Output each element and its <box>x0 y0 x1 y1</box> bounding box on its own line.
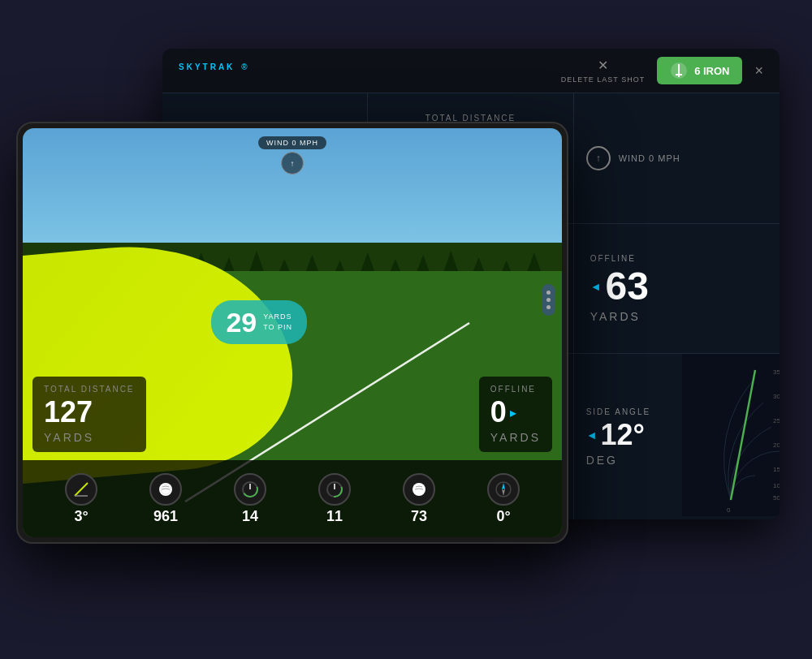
dial-icon-2 <box>318 473 351 506</box>
svg-text:100: 100 <box>773 482 780 489</box>
svg-text:150: 150 <box>773 466 780 473</box>
dial-icon-1 <box>234 473 266 506</box>
svg-marker-45 <box>502 489 505 496</box>
club-selector[interactable]: 6 IRON <box>657 57 742 84</box>
dial-svg-1 <box>241 480 259 498</box>
offline-overlay-label: OFFLINE <box>490 385 541 394</box>
svg-text:300: 300 <box>773 393 780 400</box>
angle-svg <box>72 480 90 498</box>
delete-last-shot-button[interactable]: ✕ DELETE LAST SHOT <box>561 58 645 84</box>
trademark: ® <box>241 62 249 71</box>
total-dist-overlay-label: TOTAL DISTANCE <box>44 385 135 394</box>
offline-overlay-info: OFFLINE 0 ▸ YARDS <box>490 385 541 444</box>
stat3-value: 14 <box>242 508 258 525</box>
panel-header: SKYTRAK ® ✕ DELETE LAST SHOT 6 IRON × <box>162 49 780 93</box>
bottom-stats-bar: 3° 961 <box>23 460 562 537</box>
offline-arrow: ▸ <box>510 405 516 420</box>
yards-labels: YARDS TO PIN <box>263 312 292 332</box>
dot2 <box>546 298 551 302</box>
side-angle-panel: SIDE ANGLE ◄ 12° DEG <box>574 354 780 519</box>
ball-svg-2 <box>410 480 428 498</box>
side-angle-unit: DEG <box>586 454 670 467</box>
offline-overlay: OFFLINE 0 ▸ YARDS <box>479 377 552 452</box>
stat6-value: 0° <box>496 508 510 525</box>
skytrak-logo: SKYTRAK ® <box>179 62 250 80</box>
dial-svg-2 <box>326 480 343 498</box>
delete-label: DELETE LAST SHOT <box>561 75 645 84</box>
total-distance-overlay: TOTAL DISTANCE 127 YARDS <box>32 377 146 452</box>
ball-icon-2 <box>403 473 435 506</box>
offline-value: 63 <box>606 267 649 306</box>
side-angle-label: SIDE ANGLE <box>586 407 670 416</box>
header-actions: ✕ DELETE LAST SHOT 6 IRON × <box>561 57 763 84</box>
wind-hud: WIND 0 MPH ↑ <box>258 136 326 174</box>
stat4-value: 11 <box>326 508 343 525</box>
stat2-value: 961 <box>153 508 178 525</box>
total-dist-overlay-unit: YARDS <box>44 431 135 444</box>
compass-icon: ↑ <box>586 146 611 170</box>
bottom-stat-0deg: 0° <box>461 473 546 525</box>
offline-label: OFFLINE <box>590 254 636 263</box>
dot1 <box>546 291 551 295</box>
bottom-stat-11: 11 <box>292 473 377 525</box>
side-angle-left: SIDE ANGLE ◄ 12° DEG <box>574 354 682 519</box>
svg-text:200: 200 <box>773 441 780 449</box>
svg-text:50: 50 <box>773 494 780 502</box>
angle-icon <box>65 473 97 506</box>
club-label: 6 IRON <box>694 65 729 77</box>
svg-text:350: 350 <box>773 368 780 376</box>
offline-unit: YARDS <box>590 310 641 323</box>
bottom-stat-angle: 3° <box>39 473 123 525</box>
yards-label2: TO PIN <box>263 322 292 333</box>
bottom-stat-14: 14 <box>208 473 292 525</box>
compass-bottom-icon <box>487 473 520 506</box>
wind-label: WIND 0 MPH <box>619 153 680 163</box>
tablet-compass: ↑ <box>281 152 304 174</box>
club-icon <box>670 62 688 80</box>
radar-svg: 350 300 250 200 150 100 50 0 <box>682 354 780 516</box>
wind-panel: ↑ WIND 0 MPH <box>574 93 780 224</box>
compass-svg <box>495 480 512 498</box>
offline-panel: OFFLINE ◄ 63 YARDS <box>574 224 780 355</box>
yards-number: 29 <box>226 308 257 336</box>
ball-icon-1 <box>149 473 182 506</box>
svg-text:0: 0 <box>727 506 731 514</box>
yards-label1: YARDS <box>263 312 292 322</box>
stat1-value: 3° <box>74 508 88 525</box>
side-angle-arrow: ◄ <box>586 429 598 441</box>
stat5-value: 73 <box>411 508 427 525</box>
radar-chart: 350 300 250 200 150 100 50 0 <box>682 354 780 519</box>
svg-text:250: 250 <box>773 417 780 424</box>
bottom-stat-961: 961 <box>123 473 208 525</box>
offline-arrow: ◄ <box>590 280 602 293</box>
side-angle-value: 12° <box>601 420 645 450</box>
offline-overlay-value: 0 <box>490 398 507 427</box>
dot3 <box>546 305 551 309</box>
bottom-stat-73: 73 <box>377 473 461 525</box>
offline-overlay-unit: YARDS <box>490 431 541 444</box>
yards-to-pin-badge: 29 YARDS TO PIN <box>211 300 307 344</box>
close-button[interactable]: × <box>754 62 763 80</box>
tablet-screen: WIND 0 MPH ↑ 29 YARDS TO PIN TOTAL DISTA… <box>23 128 562 537</box>
dot-menu[interactable] <box>542 284 555 316</box>
svg-marker-44 <box>502 483 505 489</box>
wind-label: WIND 0 MPH <box>258 136 326 149</box>
svg-point-42 <box>412 483 425 496</box>
total-dist-overlay-value: 127 <box>44 398 135 427</box>
tablet-device: WIND 0 MPH ↑ 29 YARDS TO PIN TOTAL DISTA… <box>16 122 568 544</box>
ball-svg-1 <box>157 480 175 498</box>
